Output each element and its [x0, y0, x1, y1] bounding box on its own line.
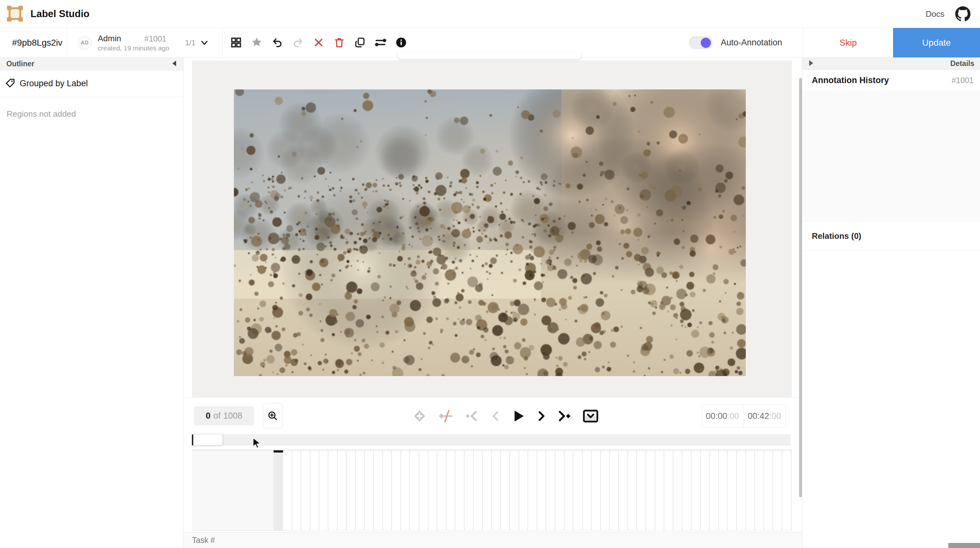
prev-frame-icon[interactable] — [490, 410, 500, 423]
details-title: Details — [950, 59, 974, 68]
top-header: Label Studio Docs — [0, 0, 980, 28]
delete-icon[interactable] — [332, 35, 346, 49]
annotation-pager: 1/1 — [185, 28, 196, 57]
duplicate-icon[interactable] — [353, 35, 367, 49]
annotator-name: Admin — [98, 33, 121, 43]
timeline-footer: Task # — [183, 532, 802, 548]
star-icon[interactable] — [250, 35, 264, 49]
task-number-label: Task # — [192, 535, 215, 545]
auto-annotation-label: Auto-Annotation — [721, 38, 782, 48]
expand-right-icon[interactable] — [809, 60, 814, 67]
interpolation-menu-icon[interactable] — [583, 409, 598, 423]
playhead-marker — [274, 450, 283, 453]
mouse-cursor — [251, 437, 263, 451]
undo-icon[interactable] — [270, 35, 284, 49]
info-icon[interactable] — [394, 35, 408, 49]
collapse-left-icon[interactable] — [172, 60, 177, 68]
annotation-workspace: 0 of 1008 — [183, 58, 802, 548]
outliner-panel: Outliner Grouped by Label Regions not ad… — [0, 58, 183, 548]
toolbar-actions — [229, 35, 408, 49]
seek-position-marker — [192, 434, 193, 445]
add-keypoint-icon[interactable] — [412, 409, 426, 423]
skip-button[interactable]: Skip — [803, 28, 893, 57]
video-canvas-area — [192, 60, 792, 397]
video-frame[interactable] — [234, 89, 746, 376]
next-frame-icon[interactable] — [536, 410, 546, 423]
timeline — [192, 450, 792, 531]
grouping-label: Grouped by Label — [20, 79, 88, 89]
label-studio-logo-icon — [7, 6, 23, 22]
details-panel: Details Annotation History #1001 Relatio… — [802, 58, 980, 548]
seek-handle[interactable] — [192, 434, 223, 446]
annotation-created: created, 19 minutes ago — [98, 44, 169, 52]
timeline-label-column — [192, 450, 274, 531]
timeline-playhead[interactable] — [274, 450, 283, 531]
play-icon[interactable] — [511, 409, 525, 423]
grouped-by-label-selector[interactable]: Grouped by Label — [0, 70, 183, 97]
annotation-history-id: #1001 — [951, 76, 974, 85]
current-time: 00:00:00 — [702, 405, 744, 427]
reject-icon[interactable] — [312, 35, 326, 49]
app-title: Label Studio — [30, 0, 89, 28]
zoom-in-icon[interactable] — [263, 403, 282, 429]
user-avatar[interactable]: AD — [78, 36, 92, 50]
auto-annotation-toggle[interactable] — [689, 37, 713, 49]
grid-view-icon[interactable] — [229, 35, 243, 49]
video-controls: 0 of 1008 — [183, 397, 802, 434]
next-keypoint-icon[interactable] — [557, 409, 572, 423]
docs-link[interactable]: Docs — [926, 0, 945, 28]
annotation-history-title: Annotation History — [812, 75, 889, 85]
update-button[interactable]: Update — [893, 28, 980, 57]
outliner-title: Outliner — [6, 60, 34, 68]
frame-counter[interactable]: 0 of 1008 — [194, 406, 254, 425]
relations-title: Relations (0) — [812, 231, 861, 241]
details-header: Details — [802, 58, 980, 70]
annotation-history-header: Annotation History #1001 — [802, 70, 980, 91]
seek-bar[interactable] — [192, 434, 791, 446]
tag-icon — [5, 78, 15, 89]
settings-icon[interactable] — [374, 35, 388, 49]
floating-toolbar-edge — [398, 51, 581, 59]
outliner-header: Outliner — [0, 58, 183, 70]
github-icon[interactable] — [955, 6, 970, 22]
frame-current: 0 — [206, 411, 210, 421]
relations-section: Relations (0) — [802, 221, 980, 251]
time-display: 00:00:00 00:42:00 — [702, 404, 786, 428]
regions-empty-message: Regions not added — [7, 109, 183, 119]
total-time: 00:42:00 — [744, 405, 785, 427]
frame-separator: of — [213, 411, 221, 421]
timeline-frame-grid[interactable] — [283, 450, 792, 531]
auto-annotation-group: Auto-Annotation — [689, 28, 782, 57]
task-id: #9pb8Lgs2iv — [12, 28, 62, 57]
prev-keypoint-icon[interactable] — [465, 409, 479, 423]
chevron-down-icon[interactable] — [200, 38, 209, 47]
annotation-history-list — [802, 91, 980, 221]
frame-total: 1008 — [223, 411, 242, 421]
interpolation-disabled-icon[interactable] — [438, 409, 454, 423]
label-studio-app: Label Studio Docs #9pb8Lgs2iv AD Admin c… — [0, 0, 980, 548]
redo-icon[interactable] — [291, 35, 305, 49]
annotation-id: #1001 — [145, 34, 167, 43]
playback-controls — [412, 404, 598, 428]
horizontal-scrollbar[interactable] — [948, 543, 980, 548]
